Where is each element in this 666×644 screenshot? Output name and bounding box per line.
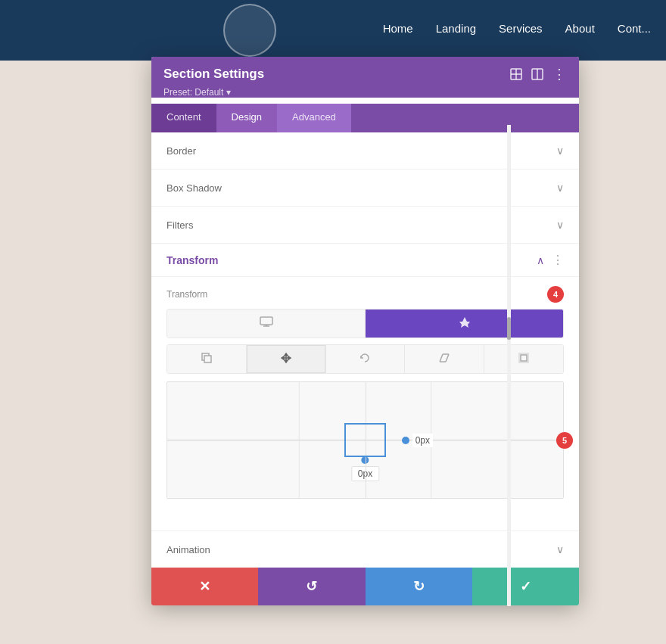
website-navigation: Home Landing Services About Cont... — [0, 0, 666, 57]
panel-preset[interactable]: Preset: Default ▾ — [163, 87, 567, 98]
pin-toggle-btn[interactable] — [366, 310, 563, 338]
nav-services[interactable]: Services — [499, 22, 543, 35]
panel-header-icons: ⋮ — [510, 66, 567, 82]
border-chevron-icon: ∨ — [556, 145, 564, 157]
target-icon[interactable] — [510, 68, 522, 80]
translate-icon-btn[interactable] — [247, 345, 326, 373]
scrollbar-thumb[interactable] — [507, 317, 511, 340]
badge-5-area: 5 — [556, 432, 573, 449]
transform-sub-label: Transform — [166, 289, 207, 300]
badge-5: 5 — [556, 432, 573, 449]
svg-line-17 — [446, 354, 449, 362]
animation-chevron-icon: ∨ — [556, 543, 564, 555]
transform-canvas: 0px 0px — [167, 382, 563, 498]
transform-box-container: 0px 0px — [344, 423, 386, 457]
redo-button[interactable]: ↻ — [366, 568, 472, 605]
cancel-icon: ✕ — [199, 578, 210, 595]
reset-icon: ↺ — [306, 578, 317, 595]
transform-box — [344, 423, 386, 457]
y-drag-dot[interactable] — [361, 456, 369, 464]
svg-marker-14 — [288, 356, 291, 359]
more-options-icon[interactable]: ⋮ — [552, 66, 567, 82]
desktop-toggle-btn[interactable] — [167, 310, 366, 338]
border-label: Border — [166, 145, 196, 157]
animation-section[interactable]: Animation ∨ — [151, 530, 579, 568]
badge-4: 4 — [547, 286, 564, 303]
tab-design[interactable]: Design — [216, 104, 277, 132]
save-icon: ✓ — [520, 578, 531, 595]
cancel-button[interactable]: ✕ — [151, 568, 258, 605]
y-value-container: 0px — [351, 456, 379, 481]
box-shadow-chevron-icon: ∨ — [556, 182, 564, 194]
y-value: 0px — [351, 466, 379, 481]
box-shadow-label: Box Shadow — [166, 182, 222, 194]
transform-content: Transform 4 — [151, 277, 579, 530]
bg-circle-shape — [223, 4, 276, 57]
scale-icon-btn[interactable] — [484, 345, 563, 373]
bg-logo-area — [212, 0, 288, 61]
transform-collapse-icon[interactable]: ∧ — [537, 254, 544, 266]
transform-title: Transform — [166, 254, 218, 266]
svg-marker-13 — [282, 356, 284, 359]
panel-header-top: Section Settings ⋮ — [163, 66, 567, 82]
transform-icon-btn-row — [166, 344, 564, 374]
nav-home[interactable]: Home — [383, 22, 413, 35]
scrollbar[interactable] — [507, 125, 511, 606]
x-value-container: 0px — [402, 434, 433, 447]
filters-label: Filters — [166, 219, 193, 231]
svg-rect-5 — [260, 317, 272, 325]
filters-chevron-icon: ∨ — [556, 219, 564, 231]
view-toggle-row — [166, 309, 564, 338]
svg-marker-11 — [285, 353, 288, 356]
panel-header: Section Settings ⋮ Prese — [151, 57, 579, 98]
svg-rect-19 — [521, 355, 527, 361]
rotate-icon-btn[interactable] — [326, 345, 406, 373]
x-value: 0px — [412, 434, 433, 447]
section-settings-panel: Section Settings ⋮ Prese — [151, 57, 579, 605]
nav-landing[interactable]: Landing — [436, 22, 476, 35]
skew-icon-btn[interactable] — [405, 345, 484, 373]
panel-title: Section Settings — [163, 67, 264, 82]
tab-advanced[interactable]: Advanced — [277, 104, 351, 132]
panel-footer: ✕ ↺ ↻ ✓ — [151, 568, 579, 605]
svg-marker-12 — [285, 360, 288, 362]
arrow-icon-btn[interactable] — [167, 345, 247, 373]
transform-header-icons: ∧ ⋮ — [537, 253, 564, 267]
columns-icon[interactable] — [531, 68, 543, 80]
nav-contact[interactable]: Cont... — [618, 22, 651, 35]
reset-button[interactable]: ↺ — [258, 568, 365, 605]
border-section[interactable]: Border ∨ — [151, 132, 579, 170]
filters-section[interactable]: Filters ∨ — [151, 207, 579, 244]
box-shadow-section[interactable]: Box Shadow ∨ — [151, 170, 579, 207]
svg-rect-8 — [204, 356, 211, 362]
nav-about[interactable]: About — [565, 22, 595, 35]
x-drag-dot[interactable] — [402, 437, 409, 444]
svg-line-15 — [440, 354, 443, 362]
transform-header: Transform ∧ ⋮ — [151, 244, 579, 277]
redo-icon: ↻ — [413, 578, 425, 595]
transform-visual-wrapper: 0px 0px 5 — [166, 381, 564, 499]
panel-tabs: Content Design Advanced — [151, 104, 579, 132]
animation-label: Animation — [166, 544, 210, 555]
transform-more-icon[interactable]: ⋮ — [552, 253, 564, 267]
tab-content[interactable]: Content — [151, 104, 216, 132]
nav-items-container: Home Landing Services About Cont... — [383, 22, 651, 35]
transform-section: Transform ∧ ⋮ Transform 4 — [151, 244, 579, 530]
transform-sublabel-row: Transform 4 — [166, 286, 564, 303]
save-button[interactable]: ✓ — [472, 568, 579, 605]
transform-visual[interactable]: 0px 0px — [166, 381, 564, 499]
panel-body: Border ∨ Box Shadow ∨ Filters ∨ Transfor… — [151, 132, 579, 568]
